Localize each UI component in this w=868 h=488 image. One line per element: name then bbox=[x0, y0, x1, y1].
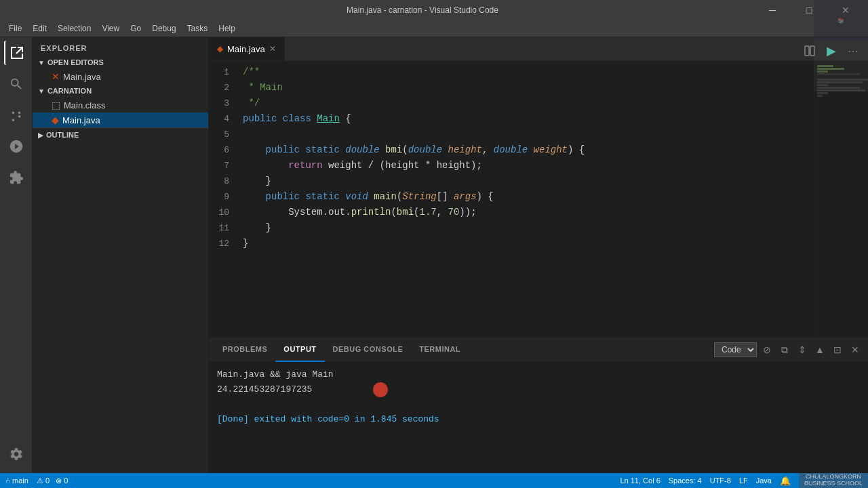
code-line-3: 3 */ bbox=[209, 96, 814, 111]
code-line-5: 5 bbox=[209, 127, 814, 142]
main-layout: Explorer ▼ Open Editors ✕ Main.java ▼ CA… bbox=[0, 37, 868, 473]
carnation-label: CARNATION bbox=[47, 87, 92, 95]
menu-view[interactable]: View bbox=[96, 22, 125, 35]
code-line-6: 6 public static double bmi(double height… bbox=[209, 142, 814, 158]
editor-area: ◆ Main.java ✕ ▶ ⋯ 1 /** 2 bbox=[209, 37, 868, 473]
status-bar: ⑃ main ⚠ 0 ⊗ 0 Ln 11, Col 6 Spaces: 4 UT… bbox=[0, 473, 868, 488]
source-control-icon[interactable] bbox=[4, 103, 28, 127]
explorer-icon[interactable] bbox=[4, 41, 28, 65]
tab-bar: ◆ Main.java ✕ ▶ ⋯ bbox=[209, 37, 868, 61]
outline-section[interactable]: ▶ OUTLINE bbox=[33, 128, 208, 142]
code-line-9: 9 public static void main(String[] args)… bbox=[209, 189, 814, 205]
panel: PROBLEMS OUTPUT DEBUG CONSOLE TERMINAL C… bbox=[209, 338, 868, 473]
carnation-arrow: ▼ bbox=[38, 87, 45, 95]
tab-output[interactable]: OUTPUT bbox=[275, 338, 324, 362]
menu-go[interactable]: Go bbox=[125, 22, 146, 35]
extensions-icon[interactable] bbox=[4, 165, 28, 190]
debug-icon[interactable] bbox=[4, 134, 28, 159]
maximize-panel-icon[interactable]: ▲ bbox=[812, 342, 827, 357]
carnation-section[interactable]: ▼ CARNATION bbox=[33, 84, 208, 98]
status-notifications-icon[interactable]: 🔔 bbox=[780, 476, 791, 486]
menu-debug[interactable]: Debug bbox=[146, 22, 181, 35]
school-logo: CHULALONGKORNBUSINESS SCHOOL bbox=[799, 473, 868, 488]
scroll-lock-icon[interactable]: ⇕ bbox=[795, 342, 810, 357]
copy-output-icon[interactable]: ⧉ bbox=[777, 342, 792, 357]
tab-main-java[interactable]: ◆ Main.java ✕ bbox=[209, 37, 285, 60]
tab-terminal[interactable]: TERMINAL bbox=[411, 338, 469, 362]
search-icon[interactable] bbox=[4, 72, 28, 96]
tab-debug-console[interactable]: DEBUG CONSOLE bbox=[325, 338, 412, 362]
sidebar: Explorer ▼ Open Editors ✕ Main.java ▼ CA… bbox=[33, 37, 209, 473]
clear-output-icon[interactable]: ⊘ bbox=[760, 342, 774, 357]
output-line-result: 24.221453287197235 bbox=[217, 382, 860, 397]
code-line-8: 8 } bbox=[209, 174, 814, 189]
open-editors-arrow: ▼ bbox=[38, 59, 45, 66]
open-editors-section[interactable]: ▼ Open Editors bbox=[33, 56, 208, 69]
status-branch[interactable]: ⑃ main bbox=[5, 476, 28, 485]
file-main-class-name: Main.class bbox=[64, 100, 105, 110]
output-channel-select[interactable]: Code bbox=[714, 342, 757, 357]
sidebar-title: Explorer bbox=[33, 37, 208, 56]
output-blank bbox=[217, 397, 860, 412]
panel-content[interactable]: Main.java && java Main 24.22145328719723… bbox=[209, 362, 868, 473]
svg-rect-0 bbox=[805, 46, 809, 56]
menu-help[interactable]: Help bbox=[213, 22, 241, 35]
status-position[interactable]: Ln 11, Col 6 bbox=[620, 476, 660, 485]
menu-selection[interactable]: Selection bbox=[52, 22, 96, 35]
title-bar: Main.java - carnation - Visual Studio Co… bbox=[0, 0, 868, 20]
tab-label: Main.java bbox=[227, 44, 265, 54]
open-editor-filename: Main.java bbox=[63, 72, 101, 82]
panel-actions: Code ⊘ ⧉ ⇕ ▲ ⊡ ✕ bbox=[714, 342, 863, 357]
close-panel-icon[interactable]: ✕ bbox=[848, 342, 863, 357]
status-errors[interactable]: ⚠ 0 ⊗ 0 bbox=[37, 476, 68, 485]
minimize-button[interactable]: ─ bbox=[757, 0, 788, 20]
code-line-1: 1 /** bbox=[209, 64, 814, 80]
code-line-11: 11 } bbox=[209, 220, 814, 236]
status-line-ending[interactable]: LF bbox=[739, 476, 748, 485]
menu-file[interactable]: File bbox=[3, 22, 27, 35]
code-line-7: 7 return weight / (height * height); bbox=[209, 158, 814, 174]
editor-main-row: 1 /** 2 * Main 3 */ 4 public class Main … bbox=[209, 61, 868, 338]
settings-icon[interactable] bbox=[4, 442, 28, 466]
panel-tabs: PROBLEMS OUTPUT DEBUG CONSOLE TERMINAL C… bbox=[209, 338, 868, 362]
status-encoding[interactable]: UTF-8 bbox=[710, 476, 731, 485]
activity-bar bbox=[0, 37, 33, 473]
menu-edit[interactable]: Edit bbox=[27, 22, 52, 35]
status-spaces[interactable]: Spaces: 4 bbox=[669, 476, 702, 485]
output-line-cmd: Main.java && java Main bbox=[217, 367, 860, 382]
file-main-java[interactable]: ◆ Main.java bbox=[33, 113, 208, 127]
code-line-2: 2 * Main bbox=[209, 80, 814, 96]
class-file-icon: ⬚ bbox=[52, 100, 60, 110]
tab-close-button[interactable]: ✕ bbox=[269, 44, 276, 54]
outline-arrow: ▶ bbox=[38, 131, 43, 139]
cursor-indicator bbox=[373, 382, 388, 397]
tab-java-icon: ◆ bbox=[217, 44, 223, 54]
status-left: ⑃ main ⚠ 0 ⊗ 0 bbox=[5, 476, 68, 485]
open-editors-label: Open Editors bbox=[47, 58, 104, 66]
menu-bar: File Edit Selection View Go Debug Tasks … bbox=[0, 20, 868, 37]
tab-problems[interactable]: PROBLEMS bbox=[214, 338, 275, 362]
split-panel-icon[interactable]: ⊡ bbox=[830, 342, 845, 357]
menu-tasks[interactable]: Tasks bbox=[182, 22, 214, 35]
output-line-done: [Done] exited with code=0 in 1.845 secon… bbox=[217, 412, 860, 427]
status-right: Ln 11, Col 6 Spaces: 4 UTF-8 LF Java 🔔 C… bbox=[620, 473, 863, 488]
file-main-java-name: Main.java bbox=[62, 115, 100, 125]
code-editor[interactable]: 1 /** 2 * Main 3 */ 4 public class Main … bbox=[209, 61, 814, 338]
outline-label: OUTLINE bbox=[46, 131, 79, 139]
code-line-12: 12 } bbox=[209, 236, 814, 251]
java-active-icon: ◆ bbox=[52, 115, 59, 125]
java-file-icon: ✕ bbox=[52, 71, 60, 82]
code-line-4: 4 public class Main { bbox=[209, 111, 814, 127]
open-editor-main-java[interactable]: ✕ Main.java bbox=[33, 69, 208, 84]
code-line-10: 10 System.out.println(bmi(1.7, 70)); bbox=[209, 205, 814, 220]
window-title: Main.java - carnation - Visual Studio Co… bbox=[88, 5, 757, 15]
file-main-class[interactable]: ⬚ Main.class bbox=[33, 98, 208, 113]
minimap: 📚 bbox=[814, 61, 868, 338]
status-language[interactable]: Java bbox=[756, 476, 772, 485]
